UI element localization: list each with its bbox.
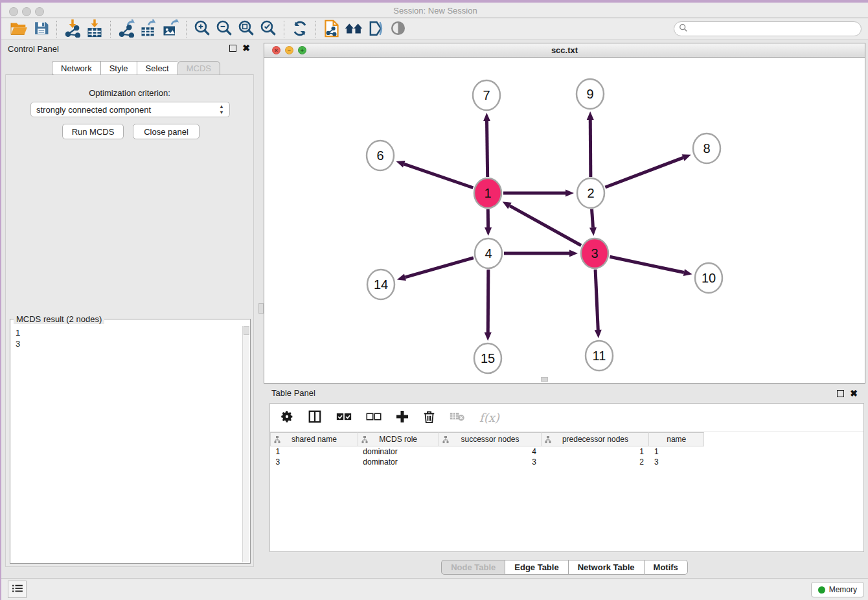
search-box[interactable] [674,21,862,36]
mcds-result-line: 1 [16,327,20,338]
column-header-predecessor-nodes[interactable]: predecessor nodes [542,433,649,446]
graph-edge-1-7[interactable] [487,121,488,177]
table-panel-title: Table Panel [271,388,315,398]
table-row[interactable]: 1 dominator 4 1 1 [271,446,704,457]
cell-successor-nodes[interactable]: 4 [439,446,542,457]
table-panel: Table Panel ✖ [264,386,865,578]
cell-shared-name[interactable]: 3 [271,457,358,467]
tab-style[interactable]: Style [100,61,137,75]
close-table-panel-icon[interactable]: ✖ [850,390,858,397]
float-table-panel-icon[interactable] [837,390,844,397]
function-builder-button[interactable]: f(x) [479,411,499,424]
float-panel-icon[interactable] [229,45,236,52]
table-toolbar: f(x) [270,404,863,432]
network-window-titlebar[interactable]: × − + scc.txt [264,43,865,58]
graph-edge-1-6[interactable] [404,164,474,188]
cell-mcds-role[interactable]: dominator [358,446,439,457]
optimization-criterion-dropdown[interactable]: strongly connected component ▲▼ [30,102,230,117]
network-canvas[interactable]: 7968124314101511 [264,58,865,383]
optimization-criterion-label: Optimization criterion: [1,88,258,98]
show-hide-button[interactable] [387,19,409,39]
graph-edge-2-3[interactable] [592,209,593,227]
memory-button[interactable]: Memory [811,582,864,597]
column-header-successor-nodes[interactable]: successor nodes [439,433,542,446]
deselect-all-icon [366,412,382,423]
cell-shared-name[interactable]: 1 [271,446,358,457]
graph-edge-3-11[interactable] [595,270,598,330]
memory-label: Memory [829,585,857,594]
delete-column-button[interactable] [423,410,435,426]
panel-splitter-handle[interactable] [258,303,264,314]
table-settings-button[interactable] [280,410,293,425]
export-network-button[interactable] [115,19,137,39]
graph-edge-2-9[interactable] [590,120,591,177]
application-window: Session: New Session [0,0,868,600]
cell-name[interactable]: 1 [649,446,704,457]
open-session-button[interactable] [8,19,30,39]
zoom-out-icon [216,19,233,39]
cell-mcds-role[interactable]: dominator [358,457,439,467]
tab-node-table[interactable]: Node Table [441,560,505,575]
search-input[interactable] [688,25,850,34]
graph-edge-arrowhead [483,113,490,121]
graph-edge-3-10[interactable] [610,257,683,272]
graph-edge-arrowhead [396,161,405,167]
save-session-button[interactable] [30,19,52,39]
zoom-fit-button[interactable] [235,19,257,39]
graph-edge-4-15[interactable] [488,270,488,332]
tab-select[interactable]: Select [137,61,177,75]
node-table-container: f(x) shared name MCDS role successor nod… [269,403,864,552]
cell-predecessor-nodes[interactable]: 2 [542,457,649,467]
graph-node-label: 4 [485,246,492,260]
import-table-button[interactable] [84,19,106,39]
zoom-selected-button[interactable] [257,19,279,39]
column-header-mcds-role[interactable]: MCDS role [358,433,439,446]
tab-network-table[interactable]: Network Table [568,560,644,575]
search-icon [679,23,688,34]
graph-edge-3-1[interactable] [510,206,581,246]
network-view-title: scc.txt [264,45,865,55]
graph-node-label: 8 [703,141,710,156]
table-row[interactable]: 3 dominator 3 2 3 [271,457,704,467]
import-network-button[interactable] [62,19,84,39]
tab-motifs[interactable]: Motifs [644,560,688,575]
run-mcds-button[interactable]: Run MCDS [62,124,124,139]
deselect-all-button[interactable] [366,412,382,423]
export-image-button[interactable] [159,19,181,39]
column-sort-icon [442,436,449,445]
cell-name[interactable]: 3 [649,457,704,467]
tab-mcds[interactable]: MCDS [177,61,220,75]
refresh-button[interactable] [289,19,311,39]
eye-icon [389,19,407,39]
column-header-name[interactable]: name [649,433,704,446]
annotation-button[interactable] [365,19,387,39]
tab-edge-table[interactable]: Edge Table [505,560,567,575]
close-panel-button[interactable]: Close panel [133,124,200,139]
canvas-splitter-handle[interactable] [541,377,548,382]
home-button[interactable] [343,19,365,39]
cell-predecessor-nodes[interactable]: 1 [542,446,649,457]
split-columns-button[interactable] [308,410,322,426]
graph-edge-4-14[interactable] [405,258,473,277]
tab-network[interactable]: Network [52,61,100,75]
zoom-out-button[interactable] [213,19,235,39]
close-panel-icon[interactable]: ✖ [242,45,250,52]
zoom-in-button[interactable] [191,19,213,39]
network-document-button[interactable] [321,19,343,39]
network-view-window: × − + scc.txt 7968124314101511 [264,43,865,384]
node-table: shared name MCDS role successor nodes pr… [270,432,704,467]
export-network-icon [117,19,135,40]
task-history-button[interactable] [8,581,27,598]
delete-table-button[interactable] [450,411,465,424]
network-graph[interactable]: 7968124314101511 [264,58,865,383]
export-table-button[interactable] [137,19,159,39]
result-scrollbar[interactable] [242,326,249,562]
select-all-button[interactable] [336,412,352,423]
table-header-row: shared name MCDS role successor nodes pr… [271,433,704,446]
cell-successor-nodes[interactable]: 3 [439,457,542,467]
column-header-shared-name[interactable]: shared name [271,433,358,446]
add-column-button[interactable] [396,410,409,425]
graph-edge-2-8[interactable] [605,157,683,187]
network-document-icon [323,19,340,40]
result-scrollbar-thumb[interactable] [244,326,249,335]
